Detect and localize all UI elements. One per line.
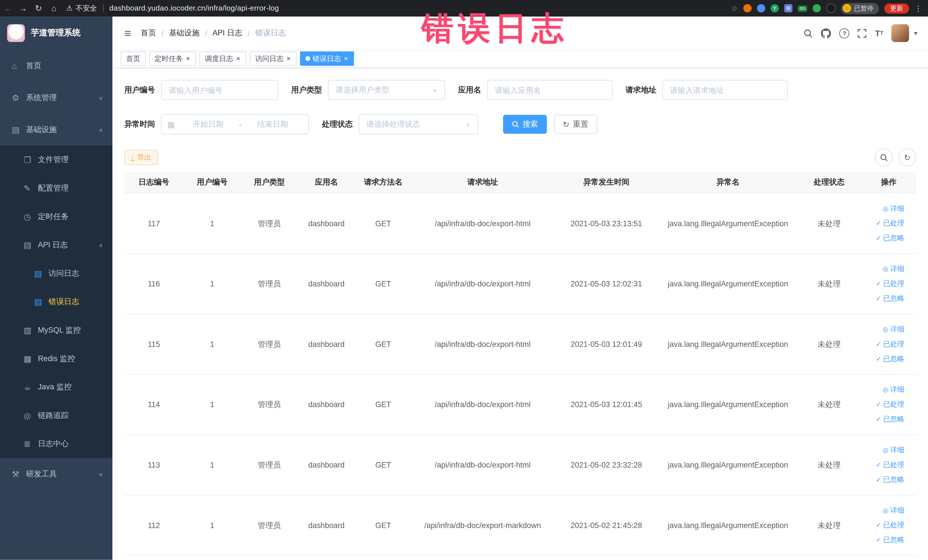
app-title: 芋道管理系统 [31, 28, 81, 38]
breadcrumb-item[interactable]: 首页 [140, 28, 156, 38]
action-ignored-link[interactable]: ✓已忽略 [865, 291, 904, 306]
browser-menu-icon[interactable]: ⋮ [914, 4, 922, 12]
sidebar-item-error-log[interactable]: ▤错误日志 [0, 288, 112, 316]
forward-button[interactable]: → [15, 3, 31, 13]
action-processed-link[interactable]: ✓已处理 [865, 216, 904, 231]
action-detail-link[interactable]: ◎详细 [865, 443, 904, 458]
action-processed-link[interactable]: ✓已处理 [865, 397, 904, 412]
close-icon[interactable]: × [286, 55, 291, 62]
user-id-input[interactable] [161, 80, 278, 100]
reload-button[interactable]: ↻ [31, 3, 46, 13]
check-icon: ✓ [876, 276, 881, 291]
sidebar-item-link-trace[interactable]: ◎链路追踪 [0, 401, 112, 430]
action-ignored-link[interactable]: ✓已忽略 [865, 533, 904, 548]
breadcrumb-item[interactable]: 基础设施 [169, 28, 200, 38]
user-type-select[interactable]: 请选择用户类型 ∨ [328, 80, 445, 100]
tab-job-log[interactable]: 调度日志× [199, 51, 246, 66]
help-icon[interactable]: ? [839, 28, 850, 38]
cell-method: GET [355, 314, 411, 375]
breadcrumb-item[interactable]: API 日志 [212, 28, 243, 38]
extension-icon-blue-drop[interactable] [757, 4, 765, 12]
refresh-button[interactable]: ↻ [898, 149, 916, 166]
sidebar-item-infrastructure[interactable]: ▤基础设施∧ [0, 113, 112, 145]
action-processed-link[interactable]: ✓已处理 [865, 518, 904, 533]
cell-url: /api/infra/db-doc/export-markdown [411, 495, 554, 555]
github-icon[interactable] [821, 28, 831, 38]
action-processed-link[interactable]: ✓已处理 [865, 458, 904, 472]
sidebar-item-api-log[interactable]: ▤API 日志∧ [0, 231, 112, 259]
action-detail-link[interactable]: ◎详细 [865, 322, 904, 337]
sidebar-item-scheduled-jobs[interactable]: ◷定时任务 [0, 203, 112, 231]
toggle-search-button[interactable] [875, 149, 892, 166]
extension-icon-green[interactable]: Y [771, 4, 779, 12]
date-range-picker[interactable]: ▦ 开始日期 - 结束日期 [161, 114, 309, 134]
update-button[interactable]: 更新 [884, 3, 909, 13]
app-name-input[interactable] [487, 80, 612, 100]
extension-icon-paw[interactable] [826, 3, 836, 13]
tab-error-log[interactable]: 错误日志× [300, 51, 354, 66]
action-processed-link[interactable]: ✓已处理 [865, 276, 904, 291]
sidebar-item-redis-monitor[interactable]: ▦Redis 监控 [0, 344, 112, 373]
cell-user_type: 管理员 [241, 314, 298, 375]
close-icon[interactable]: × [185, 55, 191, 62]
chevron-down-icon: ∨ [99, 95, 103, 101]
extension-icon-grid[interactable]: ⊞ [784, 4, 792, 12]
cell-app: dashboard [298, 435, 355, 495]
sidebar-item-log-center[interactable]: ≣日志中心 [0, 430, 112, 458]
action-ignored-link[interactable]: ✓已忽略 [865, 412, 904, 427]
sidebar-item-system-management[interactable]: ⚙系统管理∨ [0, 82, 112, 113]
fullscreen-icon[interactable] [858, 29, 867, 38]
tab-home[interactable]: 首页 [121, 51, 145, 66]
sidebar-item-mysql-monitor[interactable]: ▥MySQL 监控 [0, 316, 112, 345]
action-processed-link[interactable]: ✓已处理 [865, 337, 904, 351]
sidebar-item-config-management[interactable]: ✎配置管理 [0, 174, 112, 203]
search-icon[interactable] [804, 29, 813, 38]
breadcrumb: 首页/基础设施/API 日志/错误日志 [140, 28, 286, 38]
bookmark-star-icon[interactable]: ☆ [731, 4, 738, 12]
sidebar-item-java-monitor[interactable]: ☕Java 监控 [0, 373, 112, 401]
close-icon[interactable]: × [343, 55, 349, 62]
sidebar-item-access-log[interactable]: ▤访问日志 [0, 259, 112, 288]
action-detail-link[interactable]: ◎详细 [865, 201, 904, 216]
request-url-input[interactable] [662, 80, 788, 100]
action-ignored-link[interactable]: ✓已忽略 [865, 351, 904, 366]
back-button[interactable]: ← [0, 3, 15, 13]
action-detail-link[interactable]: ◎详细 [865, 382, 904, 397]
gear-icon: ⚙ [12, 93, 26, 102]
sidebar-item-file-management[interactable]: ❐文件管理 [0, 145, 112, 174]
export-button[interactable]: ↓ 导出 [124, 150, 158, 165]
action-detail-link[interactable]: ◎详细 [865, 262, 904, 276]
address-bar[interactable]: ⚠ 不安全 dashboard.yudao.iocoder.cn/infra/l… [66, 3, 279, 13]
extension-icon-orange[interactable] [743, 4, 752, 12]
table-row: 1171管理员dashboardGET/api/infra/db-doc/exp… [124, 193, 916, 253]
action-label: 详细 [890, 382, 904, 397]
download-icon: ↓ [131, 154, 134, 161]
action-ignored-link[interactable]: ✓已忽略 [865, 472, 904, 487]
profile-paused-badge[interactable]: ☺ 已暂停 [841, 3, 879, 14]
action-detail-link[interactable]: ◎详细 [865, 503, 904, 518]
browser-home-button[interactable]: ⌂ [46, 3, 62, 13]
redis-icon: ▦ [24, 354, 38, 363]
extension-on-badge[interactable]: on [798, 5, 807, 12]
cell-exception: java.lang.IllegalArgumentException [659, 435, 797, 495]
active-tab-dot [305, 56, 310, 61]
font-size-icon[interactable]: TT [875, 29, 883, 38]
access-log-icon: ▤ [34, 269, 49, 278]
sidebar-item-home[interactable]: ⌂首页 [0, 50, 112, 82]
check-icon: ✓ [876, 412, 881, 427]
close-icon[interactable]: × [236, 55, 241, 62]
process-status-select[interactable]: 请选择处理状态 ∨ [359, 114, 478, 134]
cell-exception: java.lang.IllegalArgumentException [659, 374, 797, 435]
extension-icon-leaf[interactable] [812, 4, 821, 12]
avatar[interactable] [891, 24, 909, 42]
sidebar-item-dev-tools[interactable]: ⚒研发工具∨ [0, 458, 112, 490]
hamburger-icon[interactable]: ≡ [124, 26, 131, 40]
cell-id: 116 [124, 253, 183, 314]
tab-access-log[interactable]: 访问日志× [250, 51, 297, 66]
search-button[interactable]: 搜索 [503, 115, 547, 134]
tab-scheduled-jobs[interactable]: 定时任务× [149, 51, 196, 66]
reset-button[interactable]: ↻ 重置 [554, 115, 597, 134]
chevron-down-icon[interactable]: ▾ [914, 29, 917, 37]
action-ignored-link[interactable]: ✓已忽略 [865, 231, 904, 246]
logo[interactable]: 芋道管理系统 [0, 17, 112, 50]
